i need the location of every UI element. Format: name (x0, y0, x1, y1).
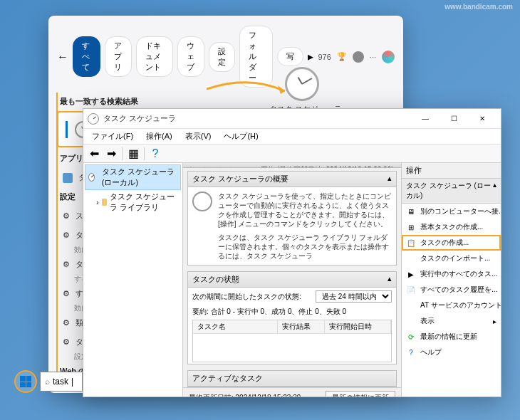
annotation-line (56, 93, 58, 381)
back-arrow-icon[interactable]: ← (57, 50, 68, 64)
overview-title: タスク スケジューラの概要 (192, 174, 288, 184)
summary-header: タスク スケジューラの要約 (最終更新日時: 2024/12/18 15:23:… (183, 163, 401, 168)
minimize-button[interactable]: — (411, 110, 440, 127)
clock-icon (192, 191, 212, 211)
status-section: タスクの状態▴ 次の期間に開始したタスクの状態: 過去 24 時間以内 要約: … (187, 271, 397, 364)
action-refresh[interactable]: ⟳最新の情報に更新 (402, 329, 501, 345)
run-icon: ▶ (406, 269, 416, 279)
tree-panel: タスク スケジューラ (ローカル) › タスク スケジューラ ライブラリ (83, 163, 183, 397)
taskbar: ⌕ task| (14, 370, 83, 393)
action-running[interactable]: ▶実行中のすべてのタス... (402, 266, 501, 282)
actions-header: 操作 (402, 163, 501, 179)
last-updated: 最終更新日時: 2024/12/18 15:23:39 (189, 393, 301, 397)
refresh-button[interactable]: 最新の情報に更新 (326, 391, 395, 397)
menu-help[interactable]: ヘルプ(H) (218, 130, 264, 143)
action-view[interactable]: 表示▸ (402, 313, 501, 329)
action-create-task[interactable]: 📋タスクの作成... (402, 235, 501, 251)
window-title: タスク スケジューラ (103, 113, 176, 124)
gear-icon: ⚙ (63, 318, 70, 327)
gear-icon: ⚙ (63, 231, 70, 240)
task-scheduler-window: タスク スケジューラ — ☐ ✕ ファイル(F) 操作(A) 表示(V) ヘルプ… (83, 108, 501, 397)
period-dropdown[interactable]: 過去 24 時間以内 (316, 290, 392, 303)
footer: 最終更新日時: 2024/12/18 15:23:39 最新の情報に更新 (183, 387, 401, 397)
refresh-icon: ⟳ (406, 332, 416, 342)
menu-file[interactable]: ファイル(F) (86, 130, 139, 143)
copilot-icon[interactable] (382, 51, 395, 63)
tab-all[interactable]: すべて (73, 36, 100, 77)
back-button[interactable]: ⬅ (86, 147, 102, 161)
windows-logo-icon (20, 376, 31, 387)
collapse-icon[interactable]: ▴ (388, 174, 392, 184)
chevron-right-icon: › (96, 198, 99, 206)
history-icon: 📄 (406, 285, 416, 295)
task-table: タスク名 実行結果 実行開始日時 (192, 320, 392, 362)
maximize-button[interactable]: ☐ (440, 110, 468, 127)
active-section: アクティブなタスク (187, 370, 397, 387)
overview-desc2: タスクは、タスク スケジューラ ライブラリ フォルダーに保管されます。個々のタス… (218, 233, 392, 261)
search-box[interactable]: ⌕ task| (40, 372, 83, 392)
action-create-basic[interactable]: ⊞基本タスクの作成... (402, 219, 501, 235)
chevron-right-icon: ▸ (493, 317, 496, 325)
view-icon (406, 316, 416, 326)
menubar: ファイル(F) 操作(A) 表示(V) ヘルプ(H) (83, 129, 501, 145)
properties-button[interactable]: ▦ (125, 147, 141, 161)
more-icon[interactable]: ··· (370, 53, 376, 61)
overview-section: タスク スケジューラの概要▴ タスク スケジューラを使って、指定したときにコンピ… (187, 171, 397, 266)
rewards-icon[interactable]: 🏆 (337, 52, 347, 61)
tab-web[interactable]: ウェブ (177, 36, 205, 77)
task-icon: 📋 (406, 238, 416, 248)
tab-settings[interactable]: 設定 (209, 42, 235, 72)
col-name[interactable]: タスク名 (193, 320, 278, 333)
forward-button[interactable]: ➡ (103, 147, 119, 161)
tab-photo[interactable]: 写 (277, 47, 303, 66)
active-title: アクティブなタスク (192, 373, 263, 384)
folder-icon (102, 199, 107, 206)
actions-group[interactable]: タスク スケジューラ (ローカル)▴ (402, 179, 501, 204)
menu-view[interactable]: 表示(V) (180, 130, 217, 143)
actions-panel: 操作 タスク スケジューラ (ローカル)▴ 🖥別のコンピューターへ接... ⊞基… (401, 163, 501, 397)
search-input[interactable]: task (53, 377, 68, 387)
tab-docs[interactable]: ドキュメント (136, 36, 172, 77)
clock-icon (88, 173, 95, 182)
gear-icon: ⚙ (63, 289, 70, 298)
account-icon (406, 300, 416, 310)
gear-icon: ⚙ (63, 211, 70, 221)
col-result[interactable]: 実行結果 (278, 320, 325, 333)
status-counts: 要約: 合計 0 - 実行中 0、成功 0、停止 0、失敗 0 (188, 305, 396, 318)
chevron-up-icon: ▴ (493, 181, 496, 201)
user-avatar-icon[interactable] (353, 51, 364, 63)
action-import[interactable]: タスクのインポート... (402, 251, 501, 266)
tree-root[interactable]: タスク スケジューラ (ローカル) (85, 164, 181, 190)
close-button[interactable]: ✕ (468, 110, 496, 127)
app-icon (63, 173, 73, 183)
annotation-arrow (207, 78, 292, 100)
period-label: 次の期間に開始したタスクの状態: (192, 292, 301, 302)
help-button[interactable]: ? (147, 147, 163, 161)
col-start[interactable]: 実行開始日時 (325, 320, 391, 333)
action-help[interactable]: ?ヘルプ (402, 345, 501, 360)
watermark: www.bandicam.com (444, 3, 513, 11)
menu-action[interactable]: 操作(A) (140, 130, 178, 143)
action-history[interactable]: 📄すべてのタスク履歴を... (402, 282, 501, 298)
rewards-points[interactable]: 976 (318, 53, 331, 61)
action-connect[interactable]: 🖥別のコンピューターへ接... (402, 204, 501, 219)
gear-icon: ⚙ (63, 260, 70, 269)
start-button[interactable] (14, 370, 37, 393)
overview-desc1: タスク スケジューラを使って、指定したときにコンピューターで自動的に実行されるよ… (218, 191, 392, 229)
status-title: タスクの状態 (192, 274, 239, 285)
clock-icon (88, 113, 99, 125)
titlebar[interactable]: タスク スケジューラ — ☐ ✕ (83, 109, 501, 129)
search-icon: ⌕ (45, 377, 50, 387)
more-arrow-icon[interactable]: ▸ (308, 50, 313, 63)
tree-child[interactable]: › タスク スケジューラ ライブラリ (85, 190, 181, 214)
import-icon (406, 253, 416, 263)
help-icon: ? (406, 347, 416, 357)
tab-apps[interactable]: アプリ (105, 36, 132, 77)
gear-icon: ⚙ (63, 337, 70, 347)
collapse-icon[interactable]: ▴ (388, 274, 392, 285)
task-icon: ⊞ (406, 222, 416, 232)
center-panel: タスク スケジューラの要約 (最終更新日時: 2024/12/18 15:23:… (183, 163, 401, 397)
toolbar: ⬅ ➡ ▦ ? (83, 145, 501, 163)
computer-icon: 🖥 (406, 206, 416, 216)
action-at-account[interactable]: AT サービスのアカウント... (402, 298, 501, 313)
